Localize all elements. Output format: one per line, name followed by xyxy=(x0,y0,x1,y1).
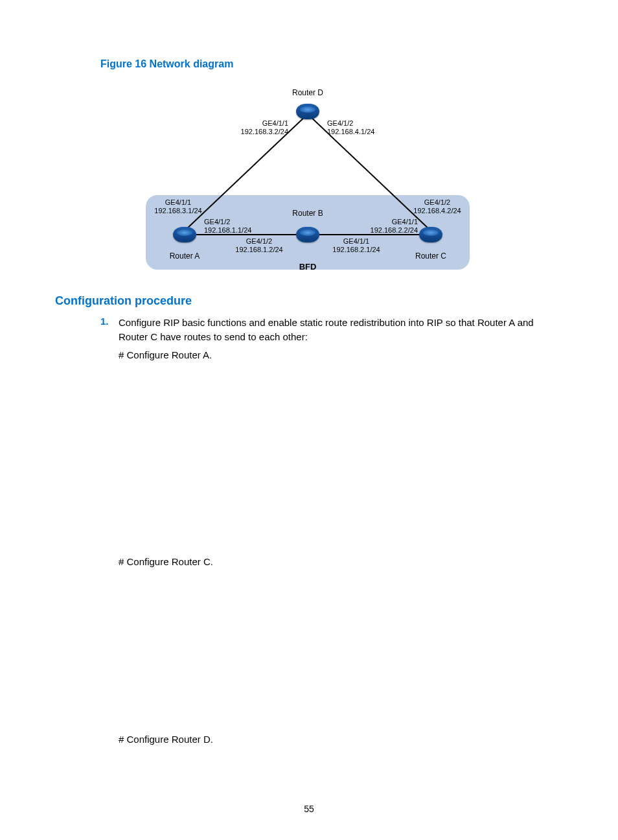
if-c-up: GE4/1/2192.168.4.2/24 xyxy=(398,198,476,215)
router-d-label: Router D xyxy=(275,88,340,97)
router-icon xyxy=(173,227,196,242)
step-intro: Configure RIP basic functions and enable… xyxy=(119,316,563,344)
configure-a-label: # Configure Router A. xyxy=(119,348,563,362)
if-b-right: GE4/1/1192.168.2.1/24 xyxy=(317,237,395,254)
router-icon xyxy=(296,227,319,242)
router-icon xyxy=(419,227,442,242)
bfd-label: BFD xyxy=(146,262,470,272)
router-c-label: Router C xyxy=(405,251,457,261)
list-number: 1. xyxy=(100,316,119,327)
code-placeholder xyxy=(119,362,563,551)
page: Figure 16 Network diagram Router D GE4/1… xyxy=(0,0,618,840)
figure-title: Figure 16 Network diagram xyxy=(100,58,563,70)
network-diagram: Router D GE4/1/1192.168.3.2/24 GE4/1/219… xyxy=(100,82,515,276)
page-number: 55 xyxy=(0,804,618,814)
if-d-right: GE4/1/2192.168.4.1/24 xyxy=(327,119,405,136)
if-a-right: GE4/1/2192.168.1.1/24 xyxy=(204,218,282,235)
section-heading: Configuration procedure xyxy=(55,294,563,308)
router-icon xyxy=(296,104,319,119)
ordered-list: 1. Configure RIP basic functions and ena… xyxy=(100,316,563,747)
router-b-label: Router B xyxy=(275,209,340,218)
configure-d-label: # Configure Router D. xyxy=(119,732,563,747)
if-a-up: GE4/1/1192.168.3.1/24 xyxy=(139,198,217,215)
router-a-label: Router A xyxy=(159,251,211,261)
code-placeholder xyxy=(119,569,563,729)
if-b-left: GE4/1/2192.168.1.2/24 xyxy=(220,237,298,254)
configure-c-label: # Configure Router C. xyxy=(119,555,563,569)
if-d-left: GE4/1/1192.168.3.2/24 xyxy=(211,119,288,136)
list-body: Configure RIP basic functions and enable… xyxy=(119,316,563,747)
list-item: 1. Configure RIP basic functions and ena… xyxy=(100,316,563,747)
if-c-left: GE4/1/1192.168.2.2/24 xyxy=(340,218,418,235)
